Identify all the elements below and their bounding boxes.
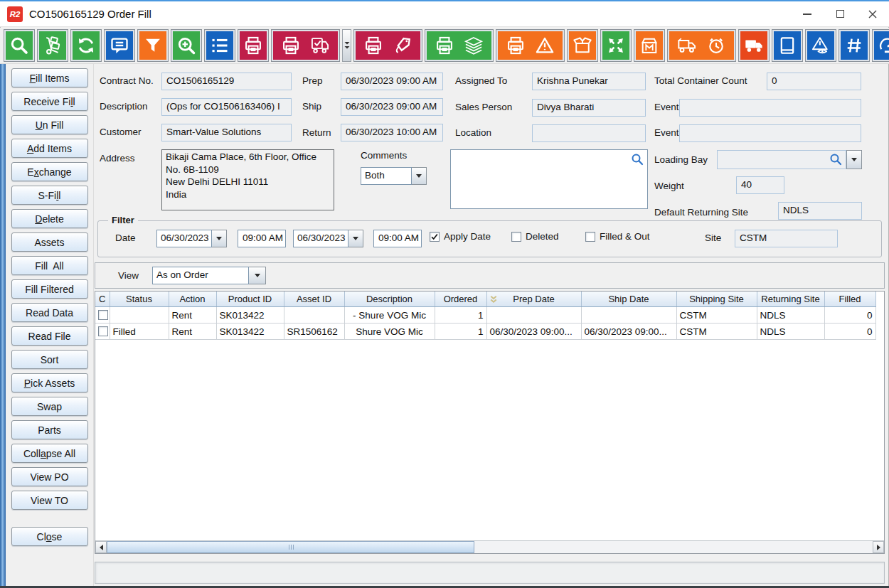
sidebar-button-receive-fill[interactable]: Receive Fill xyxy=(11,92,88,111)
expand-button[interactable] xyxy=(600,29,632,62)
customer-field[interactable]: Smart-Value Solutions xyxy=(161,124,292,141)
row-checkbox[interactable] xyxy=(98,326,108,336)
sidebar-button-swap[interactable]: Swap xyxy=(11,397,88,416)
prep-field[interactable]: 06/30/2023 09:00 AM xyxy=(341,73,443,90)
table-row[interactable]: FilledRentSK013422SR1506162Shure VOG Mic… xyxy=(95,324,875,340)
loading-bay-field[interactable] xyxy=(717,150,846,169)
address-field[interactable]: Bikaji Cama Place, 6th Floor, Office No.… xyxy=(161,149,334,210)
sales-person-field[interactable]: Divya Bharati xyxy=(532,99,646,117)
gauge-button[interactable] xyxy=(872,29,889,62)
scroll-left-button[interactable] xyxy=(95,541,107,553)
sidebar-button-close[interactable]: Close xyxy=(11,527,88,546)
table-row[interactable]: RentSK013422- Shure VOG Mic1CSTMNDLS0 xyxy=(95,307,875,324)
maximize-button[interactable] xyxy=(824,1,856,26)
description-field[interactable]: (Ops for CO1506163406) I xyxy=(161,98,292,116)
hash-button[interactable] xyxy=(839,29,870,62)
close-button[interactable] xyxy=(856,1,889,26)
to-date-combo[interactable]: 06/30/2023 xyxy=(293,230,363,247)
column-header-action[interactable]: Action xyxy=(169,292,216,307)
sidebar-button-view-po[interactable]: View PO xyxy=(11,467,88,486)
comments-mode-combo[interactable]: Both xyxy=(361,167,427,185)
pick-items-button[interactable] xyxy=(37,29,68,62)
horizontal-scrollbar[interactable] xyxy=(95,540,884,553)
deleted-checkbox[interactable] xyxy=(511,232,521,242)
print-button[interactable] xyxy=(238,29,269,62)
sidebar-button-s-fill[interactable]: S-Fill xyxy=(11,186,88,205)
sidebar-button-add-items[interactable]: Add Items xyxy=(11,139,88,158)
book-button[interactable] xyxy=(772,29,803,62)
sidebar-button-sort[interactable]: Sort xyxy=(11,350,88,369)
column-header-description[interactable]: Description xyxy=(344,292,435,307)
scrollbar-track[interactable] xyxy=(107,541,873,553)
column-header-asset-id[interactable]: Asset ID xyxy=(284,292,344,307)
location-field[interactable] xyxy=(532,124,646,142)
open-box-button[interactable] xyxy=(567,29,598,62)
search-icon[interactable] xyxy=(631,153,644,166)
sidebar-button-read-file[interactable]: Read File xyxy=(11,326,88,346)
from-date-combo[interactable]: 06/30/2023 xyxy=(156,230,227,247)
view-combo[interactable]: As on Order xyxy=(152,267,266,284)
column-header-filled[interactable]: Filled xyxy=(824,292,875,307)
event-name-field[interactable] xyxy=(679,99,861,117)
print-stack-button[interactable] xyxy=(425,29,494,62)
overflow-button[interactable] xyxy=(342,29,351,62)
column-header-returning-site[interactable]: Returning Site xyxy=(757,292,824,307)
scrollbar-thumb[interactable] xyxy=(107,541,474,553)
refresh-button[interactable] xyxy=(70,29,102,62)
column-header-c[interactable]: C xyxy=(95,292,110,307)
sidebar-button-collapse-all[interactable]: Collapse All xyxy=(11,444,88,463)
sidebar-button-exchange[interactable]: Exchange xyxy=(11,162,88,181)
assigned-to-field[interactable]: Krishna Punekar xyxy=(532,73,646,90)
zoom-in-button[interactable] xyxy=(171,29,202,62)
row-checkbox[interactable] xyxy=(98,310,108,320)
warning-view-button[interactable] xyxy=(805,29,836,62)
total-container-count-field[interactable]: 0 xyxy=(767,73,861,90)
site-field[interactable]: CSTM xyxy=(735,230,838,247)
view-combo-dropdown-button[interactable] xyxy=(249,267,266,284)
box-m-button[interactable] xyxy=(634,29,665,62)
sidebar-button-fill-items[interactable]: Fill Items xyxy=(11,68,88,87)
apply-date-checkbox[interactable] xyxy=(430,232,440,242)
sidebar-button-delete[interactable]: Delete xyxy=(11,209,88,228)
comments-mode-dropdown-button[interactable] xyxy=(412,167,427,185)
event-id-field[interactable] xyxy=(679,124,861,142)
column-header-ordered[interactable]: Ordered xyxy=(435,292,486,307)
sidebar-button-view-to[interactable]: View TO xyxy=(11,491,88,510)
to-time-field[interactable]: 09:00 AM xyxy=(373,230,422,247)
search-button[interactable] xyxy=(4,29,35,62)
ship-field[interactable]: 06/30/2023 09:00 AM xyxy=(341,98,443,116)
comments-text-field[interactable] xyxy=(450,149,648,209)
print-delivery-button[interactable] xyxy=(271,29,340,62)
column-header-prep-date[interactable]: Prep Date xyxy=(486,292,581,307)
print-warning-button[interactable] xyxy=(496,29,565,62)
sidebar-button-pick-assets[interactable]: Pick Assets xyxy=(11,373,88,392)
contract-no-field[interactable]: CO1506165129 xyxy=(161,73,292,90)
filter-button[interactable] xyxy=(137,29,169,62)
loading-bay-dropdown[interactable] xyxy=(846,150,862,169)
truck-button[interactable] xyxy=(738,29,770,62)
truck-schedule-button[interactable] xyxy=(667,29,736,62)
filled-out-checkbox[interactable] xyxy=(585,232,595,242)
column-header-product-id[interactable]: Product ID xyxy=(216,292,284,307)
column-header-shipping-site[interactable]: Shipping Site xyxy=(676,292,757,307)
from-time-field[interactable]: 09:00 AM xyxy=(238,230,286,247)
sidebar-button-un-fill[interactable]: Un Fill xyxy=(11,115,88,134)
sidebar-button-read-data[interactable]: Read Data xyxy=(11,303,88,322)
loading-bay-dropdown-button[interactable] xyxy=(846,150,862,169)
list-button[interactable] xyxy=(204,29,235,62)
column-header-status[interactable]: Status xyxy=(110,292,169,307)
weight-field[interactable]: 40 xyxy=(736,176,784,194)
comments-button[interactable] xyxy=(104,29,135,62)
return-field[interactable]: 06/30/2023 10:00 AM xyxy=(341,124,443,141)
to-date-dropdown-button[interactable] xyxy=(348,230,363,247)
from-date-dropdown-button[interactable] xyxy=(212,230,227,247)
scroll-right-button[interactable] xyxy=(873,541,884,553)
search-icon[interactable] xyxy=(829,153,842,166)
sidebar-button-fill-all[interactable]: Fill All xyxy=(11,256,88,275)
column-header-ship-date[interactable]: Ship Date xyxy=(581,292,676,307)
minimize-button[interactable] xyxy=(791,1,824,26)
print-label-button[interactable] xyxy=(353,29,422,62)
default-returning-site-field[interactable]: NDLS xyxy=(778,202,862,220)
sidebar-button-assets[interactable]: Assets xyxy=(11,232,88,252)
sidebar-button-parts[interactable]: Parts xyxy=(11,420,88,439)
